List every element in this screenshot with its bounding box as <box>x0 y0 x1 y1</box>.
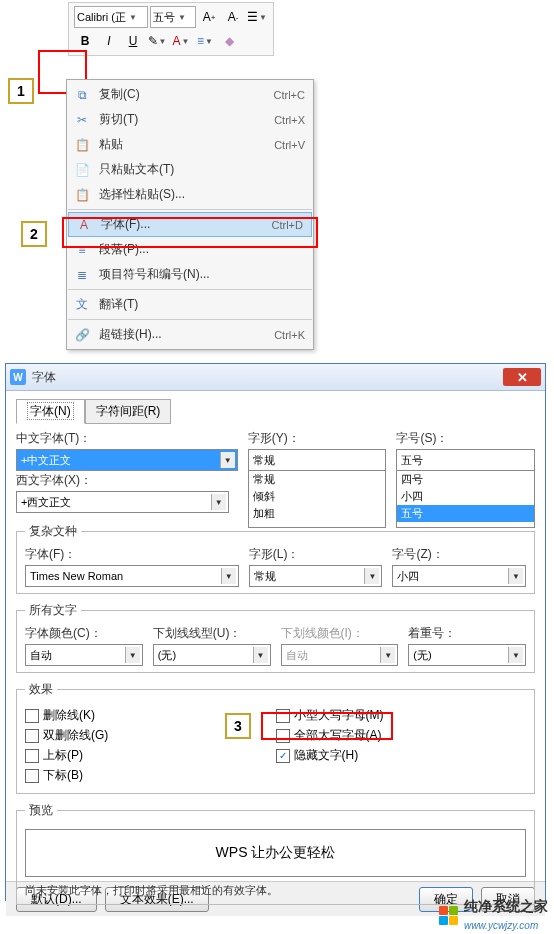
paste-text-icon: 📄 <box>73 161 91 179</box>
tab-spacing[interactable]: 字符间距(R) <box>85 399 172 424</box>
cx-font-label: 字体(F)： <box>25 546 239 563</box>
menu-separator <box>68 319 312 320</box>
size-label: 字号(S)： <box>396 430 535 447</box>
menu-paragraph[interactable]: ≡段落(P)... <box>67 237 313 262</box>
menu-font[interactable]: A字体(F)...Ctrl+D <box>68 212 312 237</box>
cn-font-combo[interactable]: +中文正文▼ <box>16 449 238 471</box>
underline-button[interactable]: U <box>122 30 144 52</box>
font-family-select[interactable]: Calibri (正▼ <box>74 6 148 28</box>
effects-legend: 效果 <box>25 681 57 698</box>
bold-button[interactable]: B <box>74 30 96 52</box>
complex-legend: 复杂文种 <box>25 523 81 540</box>
style-label: 字形(Y)： <box>248 430 387 447</box>
preview-legend: 预览 <box>25 802 57 819</box>
clipboard-icon: 📋 <box>73 136 91 154</box>
format-painter-button[interactable]: ◆ <box>218 30 240 52</box>
link-icon: 🔗 <box>73 326 91 344</box>
align-button[interactable]: ≡▼ <box>194 30 216 52</box>
font-color-button[interactable]: A▼ <box>170 30 192 52</box>
cn-font-label: 中文字体(T)： <box>16 430 238 447</box>
menu-translate[interactable]: 文翻译(T) <box>67 292 313 317</box>
font-size-select[interactable]: 五号▼ <box>150 6 196 28</box>
scissors-icon: ✂ <box>73 111 91 129</box>
menu-paste-special[interactable]: 📋选择性粘贴(S)... <box>67 182 313 207</box>
chk-allcaps[interactable]: 全部大写字母(A) <box>276 727 527 744</box>
context-menu: ⧉复制(C)Ctrl+C ✂剪切(T)Ctrl+X 📋粘贴Ctrl+V 📄只粘贴… <box>66 79 314 350</box>
line-spacing-button[interactable]: ☰▼ <box>246 6 268 28</box>
style-listbox[interactable]: 常规 倾斜 加粗 <box>248 470 387 528</box>
chk-smallcaps[interactable]: 小型大写字母(M) <box>276 707 527 724</box>
ucolor-combo: 自动▼ <box>281 644 399 666</box>
grow-font-button[interactable]: A+ <box>198 6 220 28</box>
dialog-titlebar: W 字体 ✕ <box>6 364 545 391</box>
style-combo[interactable]: 常规 <box>248 449 387 470</box>
copy-icon: ⧉ <box>73 86 91 104</box>
cx-font-combo[interactable]: Times New Roman▼ <box>25 565 239 587</box>
preview-box: WPS 让办公更轻松 <box>25 829 526 877</box>
uline-combo[interactable]: (无)▼ <box>153 644 271 666</box>
font-dialog: W 字体 ✕ 字体(N) 字符间距(R) 中文字体(T)： +中文正文▼ 字形(… <box>5 363 546 901</box>
translate-icon: 文 <box>73 296 91 314</box>
close-button[interactable]: ✕ <box>503 368 541 386</box>
menu-cut[interactable]: ✂剪切(T)Ctrl+X <box>67 107 313 132</box>
cx-style-combo[interactable]: 常规▼ <box>249 565 383 587</box>
annotation-2: 2 <box>21 221 47 247</box>
cx-size-combo[interactable]: 小四▼ <box>392 565 526 587</box>
watermark: 纯净系统之家www.ycwjzy.com <box>438 898 548 932</box>
cx-size-label: 字号(Z)： <box>392 546 526 563</box>
chk-sub[interactable]: 下标(B) <box>25 767 276 784</box>
menu-paste-text[interactable]: 📄只粘贴文本(T) <box>67 157 313 182</box>
size-combo[interactable]: 五号 <box>396 449 535 470</box>
chk-super[interactable]: 上标(P) <box>25 747 276 764</box>
color-label: 字体颜色(C)： <box>25 625 143 642</box>
tab-font[interactable]: 字体(N) <box>16 399 85 424</box>
chk-hidden[interactable]: ✓隐藏文字(H) <box>276 747 527 764</box>
menu-bullets[interactable]: ≣项目符号和编号(N)... <box>67 262 313 287</box>
menu-separator <box>68 209 312 210</box>
app-icon: W <box>10 369 26 385</box>
color-combo[interactable]: 自动▼ <box>25 644 143 666</box>
logo-icon <box>438 905 458 925</box>
shrink-font-button[interactable]: A- <box>222 6 244 28</box>
menu-hyperlink[interactable]: 🔗超链接(H)...Ctrl+K <box>67 322 313 347</box>
highlight-button[interactable]: ✎▼ <box>146 30 168 52</box>
italic-button[interactable]: I <box>98 30 120 52</box>
paragraph-icon: ≡ <box>73 241 91 259</box>
annotation-1: 1 <box>8 78 34 104</box>
menu-copy[interactable]: ⧉复制(C)Ctrl+C <box>67 82 313 107</box>
font-icon: A <box>75 216 93 234</box>
menu-separator <box>68 289 312 290</box>
all-text-legend: 所有文字 <box>25 602 81 619</box>
dialog-tabs: 字体(N) 字符间距(R) <box>16 399 535 424</box>
preview-note: 尚未安装此字体，打印时将采用最相近的有效字体。 <box>25 883 526 898</box>
mini-toolbar: Calibri (正▼ 五号▼ A+ A- ☰▼ B I U ✎▼ A▼ ≡▼ … <box>68 2 274 56</box>
emph-label: 着重号： <box>408 625 526 642</box>
dialog-title: 字体 <box>32 369 503 386</box>
size-listbox[interactable]: 四号 小四 五号 <box>396 470 535 528</box>
ucolor-label: 下划线颜色(I)： <box>281 625 399 642</box>
bullets-icon: ≣ <box>73 266 91 284</box>
annotation-3: 3 <box>225 713 251 739</box>
uline-label: 下划线线型(U)： <box>153 625 271 642</box>
emph-combo[interactable]: (无)▼ <box>408 644 526 666</box>
menu-paste[interactable]: 📋粘贴Ctrl+V <box>67 132 313 157</box>
paste-special-icon: 📋 <box>73 186 91 204</box>
cx-style-label: 字形(L)： <box>249 546 383 563</box>
